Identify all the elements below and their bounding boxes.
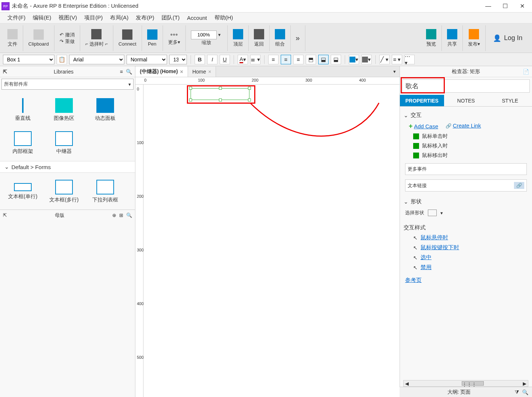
- create-link-button[interactable]: 🔗 Create Link: [446, 122, 481, 130]
- clipboard-group[interactable]: Clipboard: [23, 25, 54, 51]
- menu-edit[interactable]: 编辑(E): [29, 14, 55, 21]
- text-link-row[interactable]: 文本链接 🔗: [405, 179, 527, 192]
- vertical-ruler[interactable]: 0 100 200 300 400 500: [135, 85, 143, 397]
- more-events-select[interactable]: 更多事件: [405, 163, 527, 175]
- interactions-section[interactable]: ⌄ 交互: [403, 110, 529, 121]
- tab-properties[interactable]: PROPERTIES: [400, 95, 444, 107]
- tabs-dropdown-icon[interactable]: ▾: [390, 69, 400, 74]
- library-selector[interactable]: 所有部件库▾: [1, 79, 134, 90]
- panel-pin-icon[interactable]: ⇱: [3, 212, 7, 218]
- reference-page-link[interactable]: 参考页: [403, 277, 422, 283]
- publish-button[interactable]: 发布▾: [463, 25, 486, 51]
- menu-account[interactable]: Account: [183, 15, 210, 21]
- widget-repeater[interactable]: 中继器: [43, 126, 85, 160]
- event-onclick[interactable]: 鼠标单击时: [403, 132, 529, 141]
- horizontal-ruler[interactable]: 0 100 200 300 400: [135, 77, 400, 85]
- widget-name-input[interactable]: 歌名: [402, 79, 530, 93]
- shape-section[interactable]: ⌄ 形状: [403, 196, 529, 207]
- menu-project[interactable]: 项目(P): [81, 14, 106, 21]
- valign-top-button[interactable]: ⬒: [306, 55, 316, 64]
- tab-style[interactable]: STYLE: [488, 95, 532, 107]
- design-canvas[interactable]: [143, 85, 400, 397]
- text-color-button[interactable]: A ▾: [238, 55, 248, 64]
- bullets-button[interactable]: ≣ ▾: [250, 55, 260, 64]
- fill-color-button[interactable]: ▾: [349, 55, 359, 64]
- search-icon[interactable]: 🔍: [126, 69, 132, 75]
- widget-droplist[interactable]: 下拉列表框: [85, 175, 126, 208]
- style-copy-button[interactable]: 📋: [57, 55, 67, 64]
- redo-button[interactable]: ↷ 重做: [60, 38, 75, 45]
- line-style-button[interactable]: ≡ ▾: [392, 55, 402, 64]
- zoom-dropdown-icon[interactable]: ▾: [217, 32, 222, 37]
- group-button[interactable]: 组合: [270, 25, 291, 51]
- add-case-button[interactable]: + Add Case: [409, 122, 438, 130]
- tab-notes[interactable]: NOTES: [444, 95, 488, 107]
- page-icon[interactable]: 📄: [523, 69, 529, 75]
- ixstyle-mousedown[interactable]: ↖鼠标按键按下时: [403, 243, 529, 253]
- align-left-button[interactable]: ≡: [268, 55, 279, 64]
- scroll-right-icon[interactable]: ▶: [521, 381, 528, 386]
- underline-button[interactable]: U: [220, 55, 230, 64]
- font-size-select[interactable]: 13: [169, 55, 187, 64]
- widget-textarea[interactable]: 文本框(多行): [43, 175, 85, 208]
- close-icon[interactable]: ×: [208, 69, 211, 75]
- menu-arrange[interactable]: 布局(A): [106, 14, 132, 21]
- close-icon[interactable]: ×: [180, 69, 183, 75]
- file-group[interactable]: 文件: [2, 25, 23, 51]
- add-folder-icon[interactable]: ⊕: [112, 212, 116, 218]
- valign-middle-button[interactable]: ⬓: [318, 55, 329, 64]
- toolbar-overflow[interactable]: »: [291, 25, 305, 51]
- select-mode-button[interactable]: ⌐ 选择时 ⌐: [80, 25, 113, 51]
- undo-button[interactable]: ↶ 撤消: [60, 32, 75, 38]
- font-select[interactable]: Arial: [69, 55, 124, 64]
- widget-vertical-line[interactable]: 垂直线: [2, 93, 43, 126]
- align-right-button[interactable]: ≡: [293, 55, 304, 64]
- ixstyle-disabled[interactable]: ↖禁用: [403, 262, 529, 272]
- ixstyle-selected[interactable]: ↖选中: [403, 253, 529, 262]
- login-button[interactable]: 👤 Log In: [486, 34, 530, 42]
- widget-inline-frame[interactable]: 内部框架: [2, 126, 43, 160]
- layer-top-button[interactable]: 顶层: [228, 25, 249, 51]
- share-button[interactable]: 共享: [442, 25, 463, 51]
- widget-dynamic-panel[interactable]: 动态面板: [85, 93, 126, 126]
- minimize-button[interactable]: —: [480, 0, 497, 12]
- line-color-button[interactable]: ▾: [361, 55, 372, 64]
- menu-icon[interactable]: ≡: [120, 69, 123, 75]
- tab-repeater-home[interactable]: (中继器) (Home)×: [135, 67, 188, 77]
- selected-widget[interactable]: [191, 88, 249, 100]
- widget-image-hotspot[interactable]: 图像热区: [43, 93, 85, 126]
- menu-help[interactable]: 帮助(H): [211, 14, 237, 21]
- event-onmouseout[interactable]: 鼠标移出时: [403, 151, 529, 160]
- add-page-icon[interactable]: ⊞: [119, 212, 123, 218]
- search-icon[interactable]: 🔍: [522, 389, 528, 395]
- forms-section-header[interactable]: ⌄ Default > Forms: [0, 161, 135, 173]
- more-button[interactable]: ••• 更多▾: [163, 25, 186, 51]
- search-icon[interactable]: 🔍: [126, 212, 132, 218]
- layer-back-button[interactable]: 返回: [249, 25, 270, 51]
- preview-button[interactable]: 预览: [421, 25, 442, 51]
- menu-publish[interactable]: 发布(P): [132, 14, 158, 21]
- widget-textfield[interactable]: 文本框(单行): [2, 175, 43, 208]
- font-weight-select[interactable]: Normal: [127, 55, 167, 64]
- close-button[interactable]: ✕: [514, 0, 531, 12]
- scrollbar-thumb[interactable]: ⋮⋮⋮: [462, 381, 484, 386]
- align-center-button[interactable]: ≡: [281, 55, 291, 64]
- bold-button[interactable]: B: [195, 55, 205, 64]
- italic-button[interactable]: I: [207, 55, 217, 64]
- pen-button[interactable]: Pen: [142, 25, 163, 51]
- shape-style-select[interactable]: Box 1: [3, 55, 54, 64]
- event-onmouseenter[interactable]: 鼠标移入时: [403, 141, 529, 151]
- maximize-button[interactable]: ☐: [497, 0, 514, 12]
- zoom-input[interactable]: [191, 31, 217, 39]
- arrow-style-button[interactable]: ⋯ ▾: [404, 55, 415, 64]
- filter-icon[interactable]: ⧩: [515, 389, 519, 395]
- line-width-button[interactable]: ╱ ▾: [379, 55, 390, 64]
- menu-view[interactable]: 视图(V): [55, 14, 81, 21]
- inspector-scrollbar[interactable]: ◀ ⋮⋮⋮ ▶: [403, 380, 528, 387]
- chevron-down-icon[interactable]: ▾: [440, 210, 443, 216]
- valign-bottom-button[interactable]: ⬓: [331, 55, 341, 64]
- scroll-left-icon[interactable]: ◀: [404, 381, 410, 386]
- menu-team[interactable]: 团队(T): [158, 14, 183, 21]
- connect-button[interactable]: Connect: [113, 25, 142, 51]
- ixstyle-hover[interactable]: ↖鼠标悬停时: [403, 233, 529, 243]
